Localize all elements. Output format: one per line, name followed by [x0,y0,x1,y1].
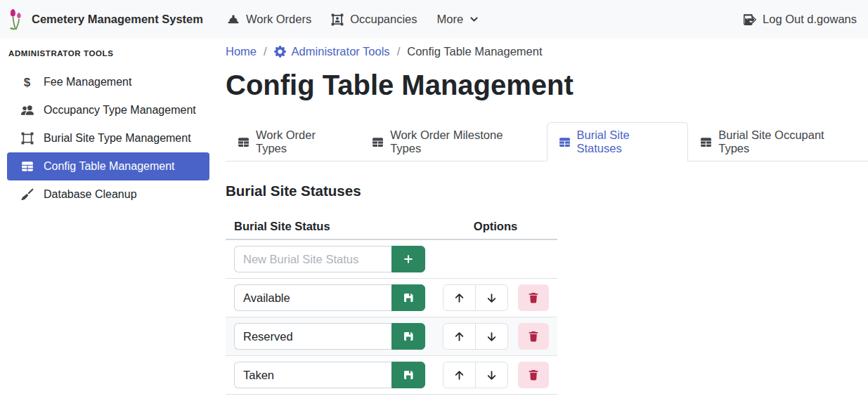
logout-label: Log Out d.gowans [763,13,857,26]
sidebar-item-database-cleanup[interactable]: Database Cleanup [7,180,209,209]
delete-button[interactable] [518,362,549,388]
table-row [226,356,557,395]
sidebar-heading: ADMINISTRATOR TOOLS [0,49,226,58]
arrow-down-icon [486,292,498,304]
nav-work-orders[interactable]: Work Orders [217,0,321,39]
vector-square-icon [20,132,34,145]
portrait-frame-icon [331,13,344,26]
nav-more-label: More [437,13,464,26]
config-tabs: Work Order Types Work Order Milestone Ty… [226,122,868,162]
breadcrumb-home-link[interactable]: Home [226,45,257,58]
sidebar-item-occupancy-type-management[interactable]: Occupancy Type Management [7,96,209,124]
tab-work-order-types[interactable]: Work Order Types [226,122,360,162]
sidebar-item-label: Database Cleanup [44,188,137,201]
tab-label: Work Order Milestone Types [390,129,534,155]
save-button[interactable] [391,284,425,311]
table-icon [372,136,384,148]
arrow-down-icon [486,369,498,381]
table-header: Burial Site Status Options [226,214,557,240]
nav-occupancies[interactable]: Occupancies [321,0,427,39]
sidebar-item-label: Burial Site Type Management [44,132,191,145]
breadcrumb-admin-tools-link[interactable]: Administrator Tools [274,45,390,58]
status-input[interactable] [234,362,391,388]
column-header-burial-site-status: Burial Site Status [226,214,434,239]
broom-icon [20,188,34,201]
arrow-down-icon [486,331,498,343]
arrow-up-icon [453,292,465,304]
main-content: Home / Administrator Tools / Config Tabl… [226,39,868,395]
table-icon [20,160,34,173]
sidebar-item-label: Occupancy Type Management [44,104,196,117]
move-down-button[interactable] [475,362,508,388]
column-header-options: Options [434,214,557,239]
move-up-button[interactable] [443,362,476,388]
trash-icon [528,292,539,303]
sidebar: ADMINISTRATOR TOOLS $ Fee Management Occ… [0,39,226,209]
table-row [226,317,557,356]
reorder-button-group [443,362,508,388]
save-icon [403,369,414,381]
move-up-button[interactable] [443,323,476,350]
page-title: Config Table Management [226,70,868,101]
app-title: Cemetery Management System [32,13,203,26]
move-up-button[interactable] [443,284,476,311]
sidebar-item-label: Config Table Management [44,160,175,173]
move-down-button[interactable] [475,284,508,311]
save-button[interactable] [391,362,425,388]
save-button[interactable] [391,323,425,350]
trash-icon [528,331,539,342]
breadcrumb-admin-tools-label: Administrator Tools [292,45,390,58]
save-icon [403,331,414,342]
nav-work-orders-label: Work Orders [246,13,311,26]
tab-label: Burial Site Occupant Types [718,129,856,155]
move-down-button[interactable] [475,323,508,350]
new-status-row [226,240,557,279]
tab-label: Work Order Types [256,129,348,155]
gear-icon [274,46,286,58]
breadcrumb-home-label: Home [226,45,257,58]
table-icon [700,136,712,148]
breadcrumb-separator: / [397,45,401,58]
chevron-down-icon [469,15,479,24]
status-input[interactable] [234,284,391,311]
new-status-input[interactable] [234,246,391,272]
delete-button[interactable] [518,284,549,311]
arrow-up-icon [453,331,465,343]
tab-burial-site-statuses[interactable]: Burial Site Statuses [547,122,689,162]
tab-burial-site-occupant-types[interactable]: Burial Site Occupant Types [688,122,868,162]
tab-label: Burial Site Statuses [577,129,677,155]
top-navbar: Cemetery Management System Work Orders O [0,0,868,39]
sidebar-item-burial-site-type-management[interactable]: Burial Site Type Management [7,124,209,152]
trash-icon [528,369,539,381]
breadcrumb-current: Config Table Management [407,45,542,58]
tab-work-order-milestone-types[interactable]: Work Order Milestone Types [360,122,546,162]
sidebar-item-label: Fee Management [44,76,131,88]
hard-hat-icon [227,13,240,26]
brand[interactable]: Cemetery Management System [7,8,203,32]
breadcrumb: Home / Administrator Tools / Config Tabl… [226,45,868,58]
logout-button[interactable]: Log Out d.gowans [734,0,857,39]
reorder-button-group [443,323,508,350]
tulip-logo-icon [7,8,25,32]
arrow-up-icon [453,369,465,381]
plus-icon [403,253,414,265]
delete-button[interactable] [518,323,549,350]
breadcrumb-separator: / [264,45,267,58]
sidebar-item-fee-management[interactable]: $ Fee Management [7,68,209,96]
reorder-button-group [443,284,508,311]
logout-icon [744,13,756,26]
section-heading: Burial Site Statuses [226,183,868,199]
dollar-icon: $ [20,77,34,88]
status-input[interactable] [234,323,391,350]
burial-site-status-table: Burial Site Status Options [226,214,557,395]
sidebar-item-config-table-management[interactable]: Config Table Management [7,152,209,180]
table-row [226,279,557,317]
table-icon [559,136,571,148]
table-icon [238,136,250,148]
add-button[interactable] [391,246,425,272]
nav-more[interactable]: More [427,0,489,39]
users-icon [20,104,34,117]
save-icon [403,292,414,303]
nav-occupancies-label: Occupancies [350,13,417,26]
